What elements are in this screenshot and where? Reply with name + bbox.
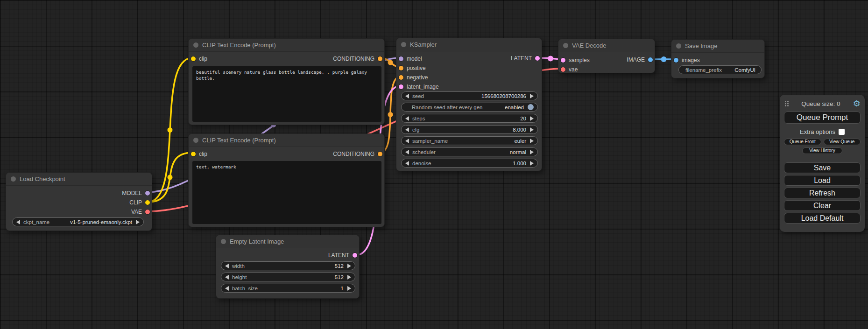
output-port-model[interactable]: [145, 191, 150, 196]
save-button[interactable]: Save: [784, 162, 861, 173]
width-widget[interactable]: width 512: [221, 261, 355, 270]
step-right-icon[interactable]: [530, 127, 534, 132]
node-title-bar[interactable]: KSampler: [396, 38, 542, 51]
extra-options-row: Extra options: [784, 128, 861, 135]
node-load-checkpoint[interactable]: Load Checkpoint MODEL CLIP VAE ckpt_name…: [6, 172, 152, 231]
collapse-dot-icon[interactable]: [563, 43, 568, 48]
load-button[interactable]: Load: [784, 175, 861, 186]
output-port-clip[interactable]: [145, 200, 150, 205]
height-widget[interactable]: height 512: [221, 273, 355, 281]
load-default-button[interactable]: Load Default: [784, 213, 861, 224]
step-left-icon[interactable]: [405, 161, 409, 166]
queue-prompt-button[interactable]: Queue Prompt: [784, 112, 861, 124]
collapse-dot-icon[interactable]: [676, 43, 681, 49]
denoise-widget[interactable]: denoise 1.000: [401, 159, 538, 168]
node-ksampler[interactable]: KSampler model positive negative latent_…: [396, 38, 542, 171]
output-port-conditioning[interactable]: [378, 152, 382, 156]
drag-handle-icon[interactable]: [785, 101, 789, 106]
step-left-icon[interactable]: [405, 150, 409, 154]
collapse-dot-icon[interactable]: [193, 138, 198, 143]
step-right-icon[interactable]: [347, 286, 351, 291]
random-seed-widget[interactable]: Random seed after every gen enabled: [401, 103, 538, 112]
step-right-icon[interactable]: [136, 220, 140, 224]
input-port-negative[interactable]: [399, 75, 403, 80]
output-port-latent[interactable]: [535, 56, 540, 61]
step-left-icon[interactable]: [225, 264, 229, 268]
step-left-icon[interactable]: [405, 94, 409, 98]
widget-value: euler: [514, 138, 526, 144]
node-vae-decode[interactable]: VAE Decode samples vae IMAGE: [558, 39, 655, 73]
node-clip-text-encode-positive[interactable]: CLIP Text Encode (Prompt) clip CONDITION…: [188, 38, 385, 125]
input-port-images[interactable]: [674, 58, 678, 63]
output-port-conditioning[interactable]: [378, 56, 382, 61]
prompt-textarea[interactable]: text, watermark: [192, 161, 381, 224]
cfg-widget[interactable]: cfg 8.000: [401, 125, 538, 134]
link-midpoint-dot: [388, 60, 393, 65]
output-label-vae: VAE: [131, 209, 142, 215]
step-right-icon[interactable]: [347, 264, 351, 268]
node-title-bar[interactable]: VAE Decode: [558, 39, 655, 52]
output-port-latent[interactable]: [353, 253, 357, 258]
node-save-image[interactable]: Save Image images filename_prefix ComfyU…: [671, 39, 765, 78]
gear-icon[interactable]: ⚙: [853, 99, 861, 108]
collapse-dot-icon[interactable]: [221, 239, 226, 244]
step-left-icon[interactable]: [225, 286, 229, 291]
output-port-image[interactable]: [648, 57, 653, 62]
step-left-icon[interactable]: [405, 127, 409, 132]
queue-front-button[interactable]: Queue Front: [784, 139, 821, 145]
steps-widget[interactable]: steps 20: [401, 114, 538, 123]
step-left-icon[interactable]: [405, 139, 409, 143]
widget-label: height: [232, 274, 247, 280]
link-midpoint-dot: [388, 112, 393, 117]
input-port-vae[interactable]: [561, 67, 565, 72]
input-port-positive[interactable]: [399, 66, 403, 70]
step-right-icon[interactable]: [530, 161, 534, 166]
sampler-name-widget[interactable]: sampler_name euler: [401, 136, 538, 145]
output-label-image: IMAGE: [627, 56, 645, 63]
collapse-dot-icon[interactable]: [11, 176, 16, 182]
node-title: Save Image: [685, 42, 717, 49]
step-left-icon[interactable]: [16, 220, 20, 224]
step-right-icon[interactable]: [347, 275, 351, 280]
refresh-button[interactable]: Refresh: [784, 188, 861, 198]
view-history-button[interactable]: View History: [802, 147, 842, 154]
node-empty-latent-image[interactable]: Empty Latent Image LATENT width 512 heig…: [216, 235, 360, 299]
batch-size-widget[interactable]: batch_size 1: [221, 284, 355, 293]
step-right-icon[interactable]: [530, 116, 534, 121]
node-title-bar[interactable]: CLIP Text Encode (Prompt): [189, 134, 384, 147]
widget-value: v1-5-pruned-emaonly.ckpt: [70, 219, 132, 225]
scheduler-widget[interactable]: scheduler normal: [401, 147, 538, 156]
comfyui-graph-canvas[interactable]: Load Checkpoint MODEL CLIP VAE ckpt_name…: [0, 0, 868, 329]
widget-value: 156680208700286: [481, 93, 526, 99]
filename-prefix-widget[interactable]: filename_prefix ComfyUI: [678, 65, 762, 74]
step-right-icon[interactable]: [530, 139, 534, 143]
extra-options-checkbox[interactable]: [839, 129, 845, 135]
link-midpoint-dot: [661, 56, 667, 62]
collapse-dot-icon[interactable]: [401, 42, 406, 47]
node-title-bar[interactable]: Load Checkpoint: [6, 173, 152, 186]
seed-widget[interactable]: seed 156680208700286: [401, 91, 538, 100]
step-right-icon[interactable]: [530, 150, 534, 154]
node-title-bar[interactable]: CLIP Text Encode (Prompt): [189, 39, 384, 52]
output-row-clip: CLIP: [6, 198, 152, 207]
port-row: clip CONDITIONING: [189, 52, 384, 66]
link-midpoint-dot: [168, 175, 173, 180]
ckpt-name-widget[interactable]: ckpt_name v1-5-pruned-emaonly.ckpt: [12, 217, 144, 226]
prompt-textarea[interactable]: beautiful scenery nature glass bottle la…: [192, 66, 381, 122]
input-port-clip[interactable]: [191, 152, 196, 156]
step-right-icon[interactable]: [530, 94, 534, 98]
node-title: Load Checkpoint: [20, 175, 65, 182]
collapse-dot-icon[interactable]: [193, 42, 198, 48]
step-left-icon[interactable]: [405, 116, 409, 121]
clear-button[interactable]: Clear: [784, 200, 861, 211]
node-title-bar[interactable]: Save Image: [671, 40, 764, 53]
input-port-clip[interactable]: [191, 56, 196, 61]
input-row-vae: vae: [558, 65, 655, 74]
view-queue-button[interactable]: View Queue: [824, 139, 861, 145]
step-left-icon[interactable]: [225, 275, 229, 280]
node-clip-text-encode-negative[interactable]: CLIP Text Encode (Prompt) clip CONDITION…: [188, 133, 385, 227]
toggle-icon[interactable]: [528, 104, 534, 110]
input-port-latent-image[interactable]: [399, 84, 403, 89]
node-title-bar[interactable]: Empty Latent Image: [216, 235, 359, 248]
output-port-vae[interactable]: [145, 210, 150, 214]
